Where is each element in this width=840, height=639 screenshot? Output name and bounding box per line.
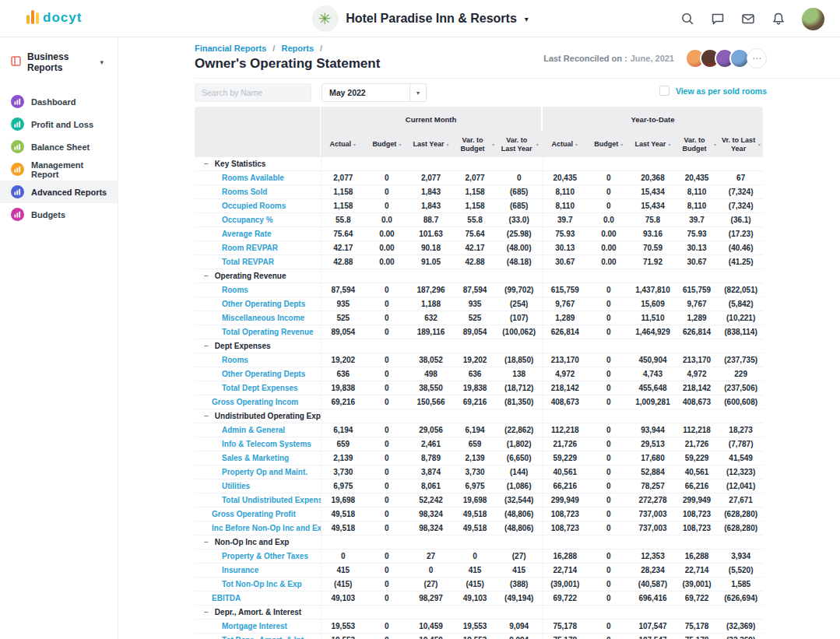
cell-cm: 75.64 [453,230,497,238]
search-input[interactable] [195,83,311,102]
mail-icon[interactable] [741,12,755,26]
checkbox[interactable] [659,86,670,96]
cell-cm: 0 [365,202,409,210]
row-label-link[interactable]: Other Operating Depts [222,300,305,308]
more-options-button[interactable]: ⋯ [747,48,767,68]
table-row-occupancy: Occupancy %55.80.088.755.8(33.0)39.70.07… [195,213,763,227]
row-label-link[interactable]: Mortgage Interest [222,622,287,630]
row-label-link[interactable]: Total Undistributed Expenses [222,496,321,504]
cell-ytd: 70.59 [631,244,675,252]
cell-cm: 10,459 [409,622,453,630]
cell-cm: 0.0 [365,216,409,224]
row-label-link[interactable]: Info & Telecom Systems [222,440,311,448]
topbar: docyt ✳ Hotel Paradise Inn & Resorts ▾ [0,0,840,37]
month-select-value: May 2022 [329,88,366,97]
breadcrumb-financial-reports[interactable]: Financial Reports [195,44,266,53]
chat-icon[interactable] [711,12,725,26]
row-label-link[interactable]: Average Rate [222,230,272,238]
cell-ytd: 0.00 [587,258,631,266]
section-label: Operating Revenue [215,272,286,280]
month-select[interactable]: May 2022 [322,83,410,102]
row-label-link[interactable]: Utilities [222,482,250,490]
section-toggle-dept-expenses[interactable]: −Dept Expenses [195,339,321,353]
row-label-link[interactable]: Room REVPAR [222,244,278,252]
bell-icon[interactable] [771,12,786,26]
column-header-cm-last-year[interactable]: Last Year▾ [409,132,453,157]
sidebar-item-management-report[interactable]: Management Report [0,158,118,181]
search-icon[interactable] [680,12,694,26]
column-header-ytd-budget[interactable]: Budget▾ [587,132,631,157]
docyt-logo[interactable]: docyt [26,10,82,24]
row-label-cell: EBITDA [195,592,321,605]
row-label-link[interactable]: Gross Operating Profit [212,510,296,518]
cell-ytd: 0 [587,622,631,630]
row-label-link[interactable]: EBITDA [212,594,241,602]
cell-ytd: 8,110 [675,188,719,196]
cell-cm: 3,874 [409,468,453,476]
column-header-cm-actual[interactable]: Actual▾ [321,132,365,157]
sidebar-section-business-reports[interactable]: Business Reports ▾ [0,37,118,84]
row-label-link[interactable]: Rooms Sold [222,188,267,196]
row-label-link[interactable]: Total Dept Expenses [222,384,298,392]
cell-ytd: 0 [587,202,631,210]
column-header-ytd-actual[interactable]: Actual▾ [543,132,587,157]
row-label-link[interactable]: Insurance [222,566,258,574]
row-label-link[interactable]: Occupied Rooms [222,202,286,210]
table-row-rooms: Rooms87,5940187,29687,594(99,702)615,759… [195,283,763,297]
row-label-link[interactable]: Occupancy % [222,216,273,224]
cell-ytd: (600,608) [719,398,763,406]
row-label-link[interactable]: Inc Before Non-Op Inc and Exp [212,524,321,532]
sidebar-item-balance-sheet[interactable]: Balance Sheet [0,135,118,158]
sidebar-item-dashboard[interactable]: Dashboard [0,90,118,113]
section-toggle-depr-amort-interest[interactable]: −Depr., Amort. & Interest [195,606,321,619]
section-toggle-key-statistics[interactable]: −Key Statistics [195,157,321,170]
cell-ytd: 0 [587,286,631,294]
month-select-caret-button[interactable]: ▾ [410,83,427,102]
column-header-cm-var-to-budget[interactable]: Var. to Budget▾ [453,132,497,157]
section-toggle-undistributed-operating-expenses[interactable]: −Undistributed Operating Expenses [195,409,321,423]
cell-ytd: 408,673 [543,395,587,409]
section-label: Depr., Amort. & Interest [215,608,301,616]
table-row-gross-operating-profit: Gross Operating Profit49,518098,32449,51… [195,507,763,521]
row-label-link[interactable]: Rooms [222,286,248,294]
row-label-link[interactable]: Total Operating Revenue [222,328,314,336]
table-row-utilities: Utilities6,97508,0616,975(1,086)66,21607… [195,479,763,493]
row-label-link[interactable]: Rooms Available [222,174,284,182]
column-header-ytd-var-to-budget[interactable]: Var. to Budget▾ [675,132,719,157]
section-toggle-operating-revenue[interactable]: −Operating Revenue [195,269,321,283]
row-label-link[interactable]: Property & Other Taxes [222,552,308,560]
sidebar-item-profit-and-loss[interactable]: Profit and Loss [0,113,118,135]
column-header-ytd-last-year[interactable]: Last Year▾ [631,132,675,157]
row-label-link[interactable]: Rooms [222,356,248,364]
row-label-link[interactable]: Property Op and Maint. [222,468,308,476]
row-label-link[interactable]: Tot Non-Op Inc & Exp [222,580,302,588]
column-menu-caret-icon: ▾ [620,142,623,147]
cell-ytd: 615,759 [543,283,587,297]
column-header-cm-var-to-last-year[interactable]: Var. to Last Year▾ [497,132,541,157]
row-label-link[interactable]: Total REVPAR [222,258,274,266]
hotel-switcher[interactable]: ✳ Hotel Paradise Inn & Resorts ▾ [311,0,529,37]
row-label-link[interactable]: Admin & General [222,426,285,434]
row-label-link[interactable]: Gross Operating Incom [212,398,298,406]
view-per-sold-rooms-toggle[interactable]: View as per sold rooms [659,86,767,96]
section-toggle-non-op-inc-and-exp[interactable]: −Non-Op Inc and Exp [195,535,321,549]
column-header-cm-budget[interactable]: Budget▾ [365,132,409,157]
cell-ytd: (32,369) [719,636,763,639]
cell-cm: (81,350) [497,398,541,406]
cell-cm: (107) [497,314,541,322]
column-header-ytd-vr-to-last-year[interactable]: Vr. to Last Year▾ [719,132,763,157]
row-label-link[interactable]: Other Operating Depts [222,370,305,378]
row-label-cell: Property & Other Taxes [195,549,321,563]
cell-cm: 9,094 [497,636,541,639]
row-label-link[interactable]: Tot Depr., Amort. & Int [222,636,304,639]
row-label-cell: Other Operating Depts [195,367,321,381]
row-label-link[interactable]: Sales & Marketing [222,454,289,462]
cell-ytd: 108,723 [543,521,587,535]
cell-cm: 0 [365,356,409,364]
user-avatar[interactable] [802,8,824,30]
breadcrumb-reports[interactable]: Reports [281,44,314,53]
sidebar-item-advanced-reports[interactable]: Advanced Reports [0,181,118,203]
sidebar-item-budgets[interactable]: Budgets [0,203,118,226]
cell-ytd: 75,178 [543,634,587,639]
row-label-link[interactable]: Miscellaneous Income [222,314,304,322]
